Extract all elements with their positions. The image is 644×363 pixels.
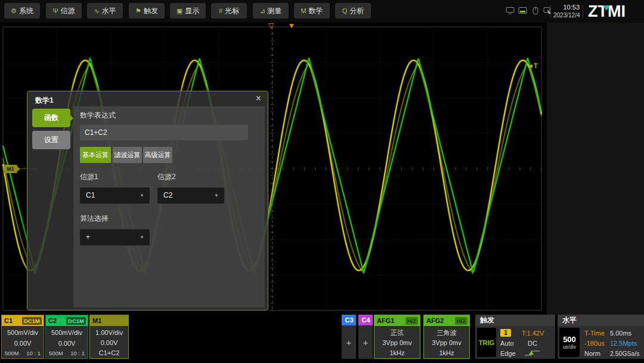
side-panel (547, 23, 644, 315)
afg-amplitude: 3Vpp 0mv (424, 339, 469, 346)
oscilloscope-screen: ⚙系统 Ψ信源 ∿水平 ⚑触发 ▣显示 #光标 ⊿测量 M数学 Q分析 10:5… (0, 0, 644, 363)
channel-offset: 0.00V (2, 340, 44, 347)
topbar-divider (583, 5, 583, 18)
menu-label: 信源 (61, 6, 75, 16)
channel-box-c2[interactable]: C2DC1M 500mV/div 0.00V 500M10 : 1 (45, 315, 88, 359)
source2-value: C2 (163, 191, 172, 199)
channel-expression: C1+C2 (90, 349, 128, 356)
channel-box-c4[interactable]: C4 + (358, 315, 373, 359)
analysis-search-icon: Q (342, 8, 348, 14)
channel-box-c1[interactable]: C1DC1M 500mV/div 0.00V 500M10 : 1 (1, 315, 44, 359)
trigger-status-box[interactable]: 触发 TRIG 1 Auto Edge T:1.42V DC (475, 315, 555, 359)
horizontal-status-box[interactable]: 水平 500 us/div T-Time 5.00ms -180us 12.5M… (558, 315, 644, 359)
menu-horizontal-button[interactable]: ∿水平 (87, 3, 123, 19)
acquisition-mode: Norm (584, 350, 600, 357)
trigger-status-indicator: TRIG (477, 328, 496, 357)
source1-select[interactable]: C1▼ (80, 187, 150, 204)
impedance-badge: HiZ (405, 317, 418, 325)
math-m-icon: M (301, 8, 306, 14)
channel-bandwidth: 500M (5, 350, 19, 356)
ttime-label: T-Time (584, 330, 605, 337)
menu-math-button[interactable]: M数学 (294, 3, 330, 19)
close-icon[interactable]: × (256, 93, 261, 104)
channel-scale: 500mV/div (2, 329, 44, 336)
ttime-value: 5.00ms (610, 330, 631, 337)
tab-filter-operation[interactable]: 滤波运算 (113, 147, 142, 163)
tab-advanced-operation[interactable]: 高级运算 (143, 147, 172, 163)
source2-label: 信源2 (157, 172, 176, 182)
brand-logo: ZTMI (588, 2, 626, 20)
channel-scale: 500mV/div (46, 329, 88, 336)
channel-bandwidth: 500M (49, 350, 63, 356)
horizontal-section-title: 水平 (558, 315, 644, 326)
algorithm-label: 算法选择 (80, 214, 109, 224)
expression-input[interactable]: C1+C2 (80, 125, 248, 140)
source2-select[interactable]: C2▼ (157, 187, 224, 204)
display-icon: ▣ (177, 8, 182, 14)
delay-value: -180us (584, 340, 605, 347)
dialog-title: 数学1 (35, 96, 54, 106)
chevron-down-icon: ▼ (140, 229, 144, 245)
trigger-section-title: 触发 (475, 315, 555, 326)
impedance-badge: HiZ (455, 317, 467, 325)
source1-value: C1 (86, 191, 95, 199)
sidebar-item-settings[interactable]: 设置 (32, 131, 70, 149)
memory-depth: 12.5Mpts (610, 340, 637, 347)
trigger-flag-icon: ⚑ (135, 8, 141, 14)
sidebar-item-function[interactable]: 函数 (32, 109, 70, 127)
time-label: 10:53 (553, 3, 580, 11)
trigger-position-marker[interactable]: ▼ (288, 22, 295, 29)
menu-measure-button[interactable]: ⊿测量 (253, 3, 289, 19)
channel-offset: 0.00V (46, 340, 88, 347)
topbar-divider (550, 5, 551, 18)
tab-basic-operation[interactable]: 基本运算 (80, 147, 111, 163)
afg-waveform: 三角波 (424, 329, 469, 336)
cursor-grid-icon: # (219, 8, 222, 14)
menu-source-button[interactable]: Ψ信源 (46, 3, 82, 19)
channel-box-m1[interactable]: M1 1.00V/div 0.00V C1+C2 (89, 315, 129, 359)
afg-frequency: 1kHz (424, 349, 469, 356)
coupling-badge: DC1M (22, 317, 42, 325)
horizontal-wave-icon: ∿ (94, 8, 99, 14)
menu-system-button[interactable]: ⚙系统 (4, 3, 40, 19)
channel-id: C2 (48, 317, 66, 324)
m1-reference-marker[interactable]: M1 (4, 165, 17, 173)
gear-icon: ⚙ (11, 8, 17, 14)
channel-id: M1 (92, 317, 126, 324)
source1-label: 信源1 (80, 172, 98, 182)
chevron-down-icon: ▼ (214, 187, 219, 204)
afg-waveform: 正弦 (374, 329, 420, 336)
menu-display-button[interactable]: ▣显示 (170, 3, 206, 19)
channel-scale: 1.00V/div (90, 329, 128, 336)
algorithm-select[interactable]: +▼ (80, 229, 150, 245)
menu-label: 水平 (102, 6, 116, 16)
expression-label: 数学表达式 (80, 110, 116, 121)
m1-ref-label: M1 (7, 166, 14, 172)
trigger-type: Edge (500, 350, 516, 357)
menu-analysis-button[interactable]: Q分析 (335, 3, 371, 19)
dialog-content: 数学表达式 C1+C2 基本运算 滤波运算 高级运算 信源1 信源2 C1▼ C… (73, 106, 265, 307)
trigger-level-value: T:1.42V (522, 330, 544, 337)
afg-id: AFG2 (426, 317, 455, 324)
enable-channel-plus[interactable]: + (342, 325, 356, 359)
chevron-down-icon: ▼ (140, 187, 144, 204)
menu-label: 触发 (144, 6, 158, 16)
logo-triangle-icon (603, 5, 610, 11)
afg2-box[interactable]: AFG2HiZ 三角波 3Vpp 0mv 1kHz (423, 315, 470, 359)
enable-channel-plus[interactable]: + (358, 325, 373, 359)
timebase-value: 500 (563, 336, 576, 344)
afg1-box[interactable]: AFG1HiZ 正弦 3Vpp 0mv 1kHz (374, 315, 420, 359)
measure-triangle-icon: ⊿ (259, 8, 265, 14)
menu-label: 测量 (268, 6, 282, 16)
clock: 10:53 2023/12/4 (553, 3, 580, 19)
time-reference-marker[interactable]: ▽ (268, 22, 274, 29)
menu-trigger-button[interactable]: ⚑触发 (129, 3, 165, 19)
channel-id: C1 (4, 317, 22, 324)
channel-box-c3[interactable]: C3 + (342, 315, 356, 359)
trigger-source-badge: 1 (500, 329, 511, 337)
mouse-icon (531, 7, 540, 15)
trigger-level-marker[interactable]: ◄T (527, 62, 538, 69)
rising-edge-icon (523, 349, 543, 357)
afg-frequency: 1kHz (374, 349, 420, 356)
menu-cursor-button[interactable]: #光标 (211, 3, 247, 19)
